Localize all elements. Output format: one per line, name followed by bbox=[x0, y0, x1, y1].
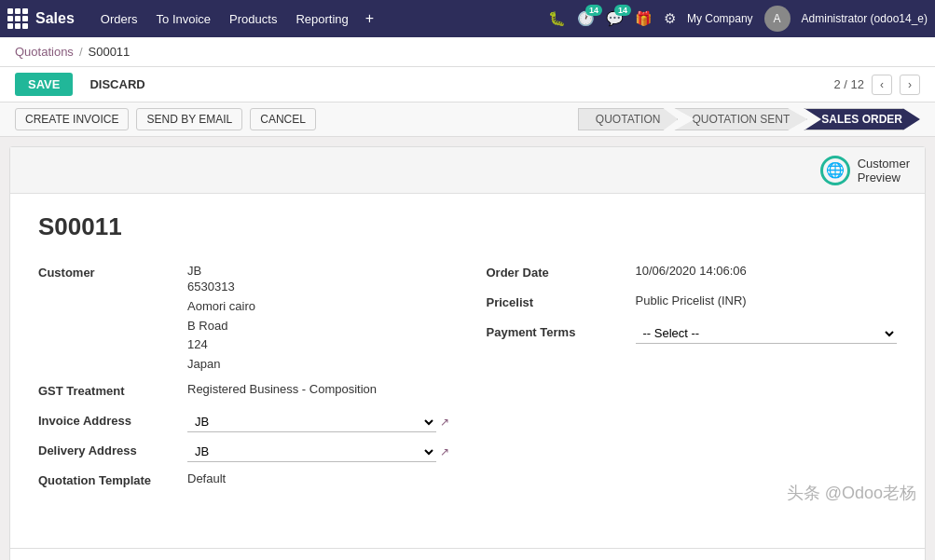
app-brand[interactable]: Sales bbox=[7, 8, 75, 29]
customer-value: JB 6530313 Aomori cairo B Road 124 Japan bbox=[187, 264, 449, 375]
bug-icon[interactable]: 🐛 bbox=[548, 10, 566, 27]
action-bar: SAVE DISCARD 2 / 12 ‹ › bbox=[0, 67, 935, 102]
customer-preview-label: Customer Preview bbox=[858, 157, 910, 184]
app-name: Sales bbox=[35, 10, 75, 27]
pager-prev[interactable]: ‹ bbox=[872, 75, 892, 95]
username: Administrator (odoo14_e) bbox=[802, 12, 928, 25]
gst-treatment-value: Registered Business - Composition bbox=[187, 382, 449, 396]
send-email-button[interactable]: SEND BY EMAIL bbox=[136, 108, 242, 130]
pager-next[interactable]: › bbox=[900, 75, 920, 95]
pager: 2 / 12 ‹ › bbox=[833, 75, 920, 95]
breadcrumb: Quotations / S00011 bbox=[0, 37, 935, 67]
payment-terms-select-row: -- Select -- bbox=[636, 323, 898, 344]
button-bar: CREATE INVOICE SEND BY EMAIL CANCEL QUOT… bbox=[0, 102, 935, 137]
delivery-address-label: Delivery Address bbox=[38, 442, 187, 458]
chat-icon-wrapper[interactable]: 💬 14 bbox=[606, 10, 624, 27]
left-column: Customer JB 6530313 Aomori cairo B Road … bbox=[38, 264, 449, 501]
payment-terms-value: -- Select -- bbox=[636, 323, 898, 344]
chat-badge: 14 bbox=[614, 5, 631, 16]
tab-order-lines[interactable]: Order Lines bbox=[25, 549, 123, 560]
add-menu-icon[interactable]: + bbox=[360, 10, 379, 27]
nav-orders[interactable]: Orders bbox=[93, 8, 145, 30]
pricelist-label: Pricelist bbox=[487, 294, 636, 309]
top-navigation: Sales Orders To Invoice Products Reporti… bbox=[0, 0, 935, 37]
tab-other-info[interactable]: Other Info bbox=[123, 549, 207, 560]
activity-badge: 14 bbox=[585, 5, 602, 16]
order-date-value: 10/06/2020 14:06:06 bbox=[636, 264, 898, 278]
nav-links: Orders To Invoice Products Reporting + bbox=[93, 8, 379, 30]
preview-banner: 🌐 Customer Preview bbox=[10, 147, 925, 194]
delivery-address-value: JB ↗ bbox=[187, 442, 449, 462]
invoice-address-label: Invoice Address bbox=[38, 412, 187, 428]
status-sales-order[interactable]: SALES ORDER bbox=[804, 108, 920, 130]
settings-icon[interactable]: ⚙ bbox=[664, 10, 676, 27]
grid-icon bbox=[7, 8, 28, 29]
delivery-address-external-link[interactable]: ↗ bbox=[440, 445, 449, 458]
payment-terms-select[interactable]: -- Select -- bbox=[636, 323, 898, 344]
payment-terms-label: Payment Terms bbox=[487, 323, 636, 339]
quotation-template-value: Default bbox=[187, 471, 449, 485]
discard-button[interactable]: DISCARD bbox=[80, 73, 154, 96]
right-icons: 🐛 🕐 14 💬 14 🎁 ⚙ My Company A Administrat… bbox=[548, 6, 928, 32]
right-column: Order Date 10/06/2020 14:06:06 Pricelist… bbox=[487, 264, 898, 501]
breadcrumb-separator: / bbox=[79, 45, 83, 59]
pager-text: 2 / 12 bbox=[833, 77, 864, 91]
pricelist-row: Pricelist Public Pricelist (INR) bbox=[487, 294, 898, 316]
invoice-address-row: Invoice Address JB ↗ bbox=[38, 412, 449, 434]
status-bar: QUOTATION QUOTATION SENT SALES ORDER bbox=[578, 108, 920, 130]
invoice-address-select[interactable]: JB bbox=[187, 412, 436, 432]
quotation-template-row: Quotation Template Default bbox=[38, 471, 449, 494]
address-line-5: Japan bbox=[187, 355, 449, 375]
delivery-address-select[interactable]: JB bbox=[187, 442, 436, 462]
order-title: S00011 bbox=[38, 212, 897, 241]
order-date-row: Order Date 10/06/2020 14:06:06 bbox=[487, 264, 898, 286]
globe-icon: 🌐 bbox=[820, 156, 850, 185]
customer-preview-button[interactable]: 🌐 Customer Preview bbox=[820, 156, 910, 185]
save-button[interactable]: SAVE bbox=[15, 73, 73, 96]
customer-label: Customer bbox=[38, 264, 187, 280]
pricelist-value: Public Pricelist (INR) bbox=[636, 294, 898, 307]
nav-to-invoice[interactable]: To Invoice bbox=[149, 8, 219, 30]
address-line-4: 124 bbox=[187, 335, 449, 355]
invoice-address-external-link[interactable]: ↗ bbox=[440, 416, 449, 429]
invoice-address-value: JB ↗ bbox=[187, 412, 449, 432]
address-line-3: B Road bbox=[187, 317, 449, 336]
customer-row: Customer JB 6530313 Aomori cairo B Road … bbox=[38, 264, 449, 375]
status-quotation-sent[interactable]: QUOTATION SENT bbox=[674, 108, 807, 130]
create-invoice-button[interactable]: CREATE INVOICE bbox=[15, 108, 129, 130]
form-area: S00011 Customer JB 6530313 Aomori cairo … bbox=[10, 194, 925, 539]
gst-treatment-row: GST Treatment Registered Business - Comp… bbox=[38, 382, 449, 404]
payment-terms-row: Payment Terms -- Select -- bbox=[487, 323, 898, 346]
breadcrumb-parent[interactable]: Quotations bbox=[15, 45, 74, 59]
customer-link[interactable]: JB bbox=[187, 264, 201, 278]
tabs-bar: Order Lines Other Info Customer Signatur… bbox=[10, 548, 925, 560]
address-line-2: Aomori cairo bbox=[187, 297, 449, 317]
nav-products[interactable]: Products bbox=[222, 8, 284, 30]
cancel-button[interactable]: CANCEL bbox=[250, 108, 316, 130]
invoice-address-select-row: JB ↗ bbox=[187, 412, 449, 432]
nav-reporting[interactable]: Reporting bbox=[288, 8, 355, 30]
tab-customer-signature[interactable]: Customer Signature bbox=[207, 549, 345, 560]
form-grid: Customer JB 6530313 Aomori cairo B Road … bbox=[38, 264, 897, 501]
delivery-address-select-row: JB ↗ bbox=[187, 442, 449, 462]
main-content: 🌐 Customer Preview S00011 Customer JB 65… bbox=[9, 146, 926, 560]
activity-icon-wrapper[interactable]: 🕐 14 bbox=[577, 10, 595, 27]
order-date-label: Order Date bbox=[487, 264, 636, 280]
quotation-template-label: Quotation Template bbox=[38, 471, 187, 487]
gift-icon[interactable]: 🎁 bbox=[635, 10, 653, 27]
company-name: My Company bbox=[687, 12, 753, 25]
status-quotation[interactable]: QUOTATION bbox=[578, 108, 679, 130]
address-line-1: 6530313 bbox=[187, 278, 449, 297]
delivery-address-row: Delivery Address JB ↗ bbox=[38, 442, 449, 464]
breadcrumb-current: S00011 bbox=[89, 45, 131, 59]
avatar[interactable]: A bbox=[764, 6, 791, 32]
gst-treatment-label: GST Treatment bbox=[38, 382, 187, 398]
